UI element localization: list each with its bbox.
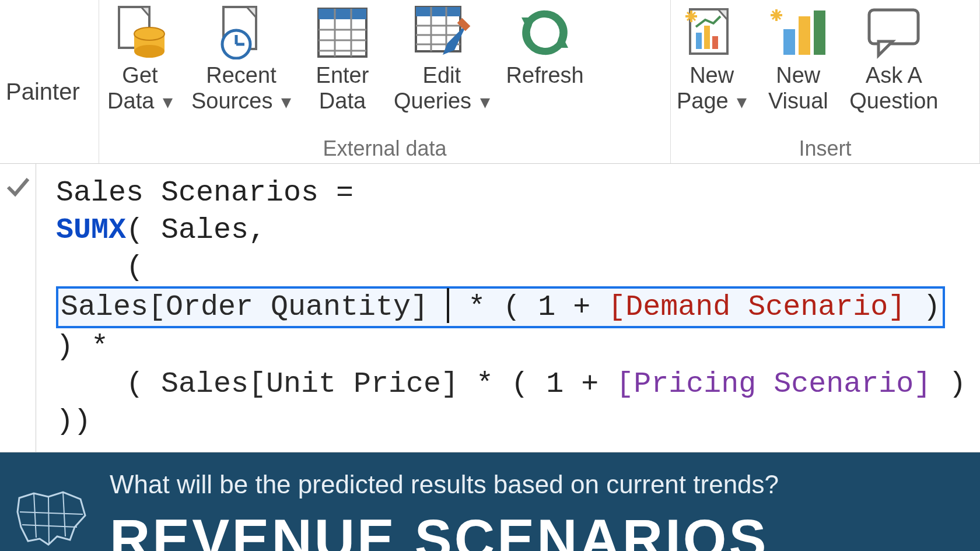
svg-line-51	[22, 525, 77, 527]
svg-point-4	[134, 45, 164, 58]
dropdown-caret-icon: ▾	[480, 90, 490, 113]
edit-queries-label: Edit Queries ▾	[394, 63, 490, 114]
svg-line-50	[20, 512, 83, 514]
svg-rect-12	[318, 9, 366, 19]
new-page-icon	[677, 3, 747, 62]
recent-sources-label: Recent Sources ▾	[191, 63, 291, 114]
svg-rect-32	[704, 26, 710, 49]
refresh-label: Refresh	[506, 63, 584, 89]
edit-queries-icon	[407, 3, 477, 62]
group-label-insert: Insert	[677, 136, 974, 161]
new-page-button[interactable]: New Page ▾	[677, 0, 747, 114]
svg-marker-46	[878, 41, 892, 55]
new-visual-button[interactable]: New Visual	[763, 0, 833, 114]
group-label-external-data: External data	[105, 136, 664, 161]
svg-line-47	[34, 493, 36, 538]
dropdown-caret-icon: ▾	[737, 90, 747, 113]
formula-line-3: ( Sales[Order Quantity] * ( 1 + [Demand …	[56, 249, 968, 366]
svg-rect-40	[814, 10, 825, 55]
svg-rect-45	[869, 10, 918, 44]
report-title-banner: What will be the predicted results based…	[0, 452, 980, 551]
enter-data-label: Enter Data	[316, 63, 369, 114]
ribbon-group-external-data: Get Data ▾ Recent Sources ▾	[99, 0, 671, 163]
formula-line-4: ( Sales[Unit Price] * ( 1 + [Pricing Sce…	[56, 366, 968, 440]
recent-sources-icon	[206, 3, 276, 62]
ask-a-question-icon	[859, 3, 929, 62]
edit-queries-button[interactable]: Edit Queries ▾	[394, 0, 490, 114]
ribbon-group-insert: New Page ▾ N	[671, 0, 980, 163]
dropdown-caret-icon: ▾	[281, 90, 291, 113]
new-page-label: New Page ▾	[677, 63, 747, 114]
report-canvas[interactable]: What will be the predicted results based…	[0, 452, 980, 551]
formula-line-1: Sales Scenarios =	[56, 174, 968, 212]
svg-line-48	[48, 497, 49, 543]
enter-data-icon	[307, 3, 377, 62]
svg-rect-31	[696, 33, 702, 49]
report-title: REVENUE SCENARIOS	[110, 507, 779, 551]
formula-line-2: SUMX( Sales,	[56, 212, 968, 249]
formula-commit-button[interactable]	[0, 164, 36, 452]
format-painter-fragment: Painter	[0, 0, 99, 163]
ask-a-question-button[interactable]: Ask A Question	[849, 0, 938, 114]
new-visual-icon	[763, 3, 833, 62]
usa-map-icon	[16, 486, 86, 551]
new-visual-label: New Visual	[768, 63, 828, 114]
svg-rect-38	[783, 29, 795, 55]
formula-bar: Sales Scenarios = SUMX( Sales, ( Sales[O…	[0, 163, 980, 452]
refresh-button[interactable]: Refresh	[506, 0, 584, 89]
get-data-icon	[105, 3, 175, 62]
report-subtitle: What will be the predicted results based…	[110, 470, 779, 499]
svg-line-49	[63, 492, 65, 536]
refresh-icon	[510, 3, 580, 62]
svg-rect-33	[712, 36, 718, 49]
format-painter-label: Painter	[6, 79, 93, 105]
svg-rect-19	[416, 7, 460, 16]
dropdown-caret-icon: ▾	[163, 90, 173, 113]
text-cursor	[447, 288, 449, 323]
get-data-button[interactable]: Get Data ▾	[105, 0, 175, 114]
formula-selection-highlight: Sales[Order Quantity] * ( 1 + [Demand Sc…	[56, 286, 945, 328]
get-data-label: Get Data ▾	[107, 63, 173, 114]
ribbon: Painter Get Data ▾	[0, 0, 980, 163]
formula-editor[interactable]: Sales Scenarios = SUMX( Sales, ( Sales[O…	[36, 164, 980, 452]
recent-sources-button[interactable]: Recent Sources ▾	[191, 0, 291, 114]
enter-data-button[interactable]: Enter Data	[307, 0, 377, 114]
svg-rect-39	[799, 16, 810, 55]
ask-a-question-label: Ask A Question	[849, 63, 938, 114]
